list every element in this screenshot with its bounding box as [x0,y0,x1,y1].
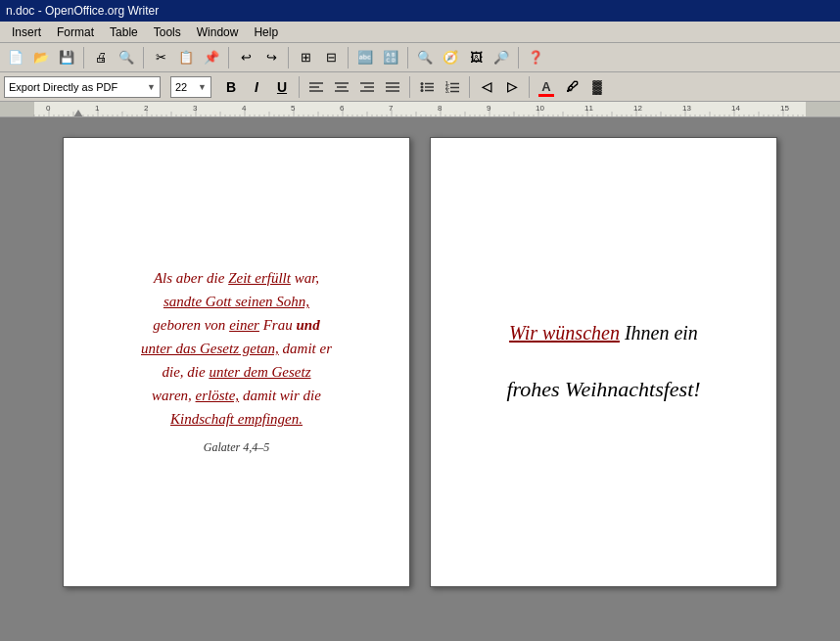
page-right: Wir wünschen Ihnen ein frohes Weihnachts… [430,137,777,587]
find-button[interactable]: 🔍 [413,46,437,69]
svg-text:3.: 3. [445,88,450,93]
save-button[interactable]: 💾 [55,46,78,69]
font-size-dropdown[interactable]: 22 ▼ [170,76,211,98]
indent-inc-button[interactable]: ▷ [500,75,524,99]
export-box: Export Directly as PDF ▼ [4,76,161,98]
align-right-button[interactable] [355,75,379,99]
highlight-button[interactable]: 🖊 [560,75,583,99]
underline-button[interactable]: U [270,75,294,99]
separator3 [228,47,229,69]
separator-list [469,76,470,98]
document-area[interactable]: Als aber die Zeit erfüllt war, sandte Go… [0,117,840,641]
menu-bar: Insert Format Table Tools Window Help [0,22,840,43]
left-text: Als aber die Zeit erfüllt war, sandte Go… [141,266,332,431]
new-button[interactable]: 📄 [4,46,27,69]
menu-tools[interactable]: Tools [146,23,189,41]
help-button[interactable]: ❓ [524,46,547,69]
gallery-button[interactable]: 🖼 [464,46,488,69]
app-title: n.doc - OpenOffice.org Writer [6,4,159,18]
page-left-content: Als aber die Zeit erfüllt war, sandte Go… [141,266,332,457]
separator-indent [529,76,530,98]
page-left: Als aber die Zeit erfüllt war, sandte Go… [63,137,410,587]
copy-button[interactable]: 📋 [174,46,198,69]
svg-point-12 [421,82,424,85]
separator7 [518,47,519,69]
align-center-button[interactable] [330,75,353,99]
separator-fmt [299,76,300,98]
font-size-value: 22 [175,81,187,93]
separator5 [348,47,349,69]
title-bar: n.doc - OpenOffice.org Writer [0,0,840,22]
font-color-button[interactable]: A [535,75,558,99]
font-size-arrow: ▼ [198,82,207,92]
menu-window[interactable]: Window [189,23,247,41]
separator6 [407,47,408,69]
main-toolbar: 📄 📂 💾 🖨 🔍 ✂ 📋 📌 ↩ ↪ ⊞ ⊟ 🔤 🔠 🔍 🧭 🖼 🔎 ❓ [0,43,840,72]
table-button[interactable]: ⊞ [294,46,317,69]
right-line3: frohes Weihnachtsfest! [506,370,700,409]
separator2 [143,47,144,69]
right-spacer [506,350,700,370]
insert-rows-button[interactable]: ⊟ [319,46,343,69]
open-button[interactable]: 📂 [29,46,53,69]
align-left-button[interactable] [304,75,328,99]
zoom-button[interactable]: 🔎 [490,46,513,69]
menu-insert[interactable]: Insert [4,23,49,41]
autocorrect-button[interactable]: 🔠 [379,46,402,69]
page-right-content: Wir wünschen Ihnen ein frohes Weihnachts… [506,315,700,409]
menu-table[interactable]: Table [102,23,146,41]
numbered-list-button[interactable]: 1.2.3. [441,75,464,99]
print-button[interactable]: 🖨 [89,46,113,69]
export-dropdown[interactable]: Export Directly as PDF ▼ [4,76,161,98]
separator1 [83,47,84,69]
char-shading-button[interactable]: ▓ [585,75,609,99]
italic-button[interactable]: I [245,75,268,99]
cut-button[interactable]: ✂ [149,46,172,69]
ruler [0,102,840,117]
list-button[interactable] [415,75,439,99]
pages-container: Als aber die Zeit erfüllt war, sandte Go… [63,137,777,621]
left-reference: Galater 4,4–5 [141,438,332,457]
separator-align [409,76,410,98]
right-line1: Wir wünschen Ihnen ein [506,315,700,350]
navigator-button[interactable]: 🧭 [439,46,462,69]
svg-point-14 [421,85,424,88]
print-preview-button[interactable]: 🔍 [115,46,138,69]
undo-button[interactable]: ↩ [234,46,257,69]
export-label: Export Directly as PDF [9,81,117,93]
export-dropdown-arrow: ▼ [147,82,156,92]
menu-format[interactable]: Format [49,23,102,41]
paste-button[interactable]: 📌 [200,46,223,69]
menu-help[interactable]: Help [246,23,286,41]
svg-point-16 [421,89,424,92]
spellcheck-button[interactable]: 🔤 [353,46,377,69]
bold-button[interactable]: B [219,75,243,99]
ruler-scale [0,102,840,116]
separator4 [288,47,289,69]
formatting-toolbar: Export Directly as PDF ▼ 22 ▼ B I U 1.2.… [0,72,840,102]
indent-dec-button[interactable]: ◁ [475,75,498,99]
align-justify-button[interactable] [381,75,404,99]
redo-button[interactable]: ↪ [259,46,283,69]
